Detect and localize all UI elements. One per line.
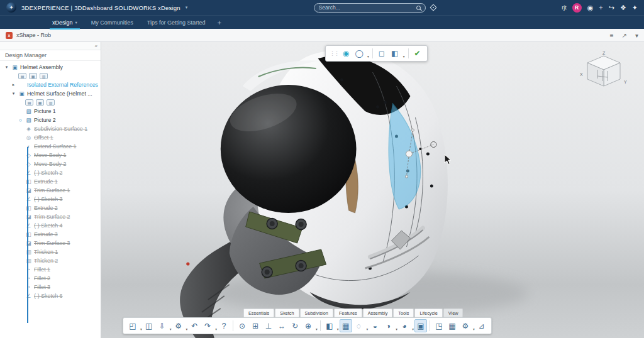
appearance-tool[interactable]: ◕ xyxy=(398,319,411,332)
design-library-tool[interactable]: ◰ xyxy=(126,319,139,332)
tree-item-fillet-1[interactable]: ◔Fillet 1 xyxy=(0,265,101,274)
grid-tool[interactable]: ▦ xyxy=(446,319,458,332)
primitive-sphere-tool[interactable]: ◯ xyxy=(353,47,365,60)
ribbon-tab-features[interactable]: Features xyxy=(334,308,362,317)
tree-badges-row[interactable]: ▤▦▥ xyxy=(0,72,101,80)
search-input[interactable] xyxy=(319,4,413,11)
chevron-down-icon[interactable]: ▾ xyxy=(412,327,414,334)
tree-item-helmet-surface-helmet[interactable]: ▾▣Helmet Surface (Helmet ... xyxy=(0,89,101,98)
3dexperience-logo-icon[interactable]: ✦ xyxy=(6,3,16,13)
feature-badge-icon[interactable]: ▦ xyxy=(29,73,37,79)
ribbon-tab-assembly[interactable]: Assembly xyxy=(363,308,393,317)
chevron-down-icon[interactable]: ▾ xyxy=(635,32,638,39)
ribbon-tab-essentials[interactable]: Essentials xyxy=(243,308,274,317)
hide-components-tool[interactable]: ◌ xyxy=(353,319,365,332)
perspective-tool[interactable]: ◳ xyxy=(433,319,445,332)
chevron-down-icon[interactable]: ▾ xyxy=(316,327,318,334)
subdivision-sphere-tool[interactable]: ◉ xyxy=(340,47,352,60)
chevron-down-icon[interactable]: ▾ xyxy=(403,55,405,61)
tree-item-offset-1[interactable]: ◎Offset 1 xyxy=(0,133,101,142)
chevron-down-icon[interactable]: ▾ xyxy=(215,327,217,334)
undo-button[interactable]: ↶ xyxy=(188,319,201,332)
rollback-marker-icon[interactable]: ○ xyxy=(18,117,23,123)
collaboration-icon[interactable]: ❖ xyxy=(620,4,626,11)
tab-xdesign[interactable]: xDesign▾ xyxy=(45,16,84,30)
zoom-tool[interactable]: ⊙ xyxy=(236,319,248,332)
chevron-down-icon[interactable]: ▾ xyxy=(473,327,475,334)
feature-badge-icon[interactable]: ▥ xyxy=(40,73,48,79)
help-button[interactable]: ? xyxy=(218,319,230,332)
3d-model-canvas[interactable] xyxy=(101,42,644,338)
measure-tool[interactable]: ⊿ xyxy=(475,319,488,332)
tab-tips-for-getting-started[interactable]: Tips for Getting Started xyxy=(140,16,213,30)
preferences-tool[interactable]: ⚙ xyxy=(459,319,472,332)
feature-badge-icon[interactable]: ▤ xyxy=(25,99,33,106)
display-style-button[interactable]: ▦ xyxy=(340,319,352,332)
redo-button[interactable]: ↷ xyxy=(201,319,214,332)
control-point[interactable] xyxy=(405,175,408,178)
tree-item-isolated-external-references[interactable]: ▸Isolated External References xyxy=(0,80,101,89)
zoom-in-out-tool[interactable]: ⊕ xyxy=(302,319,314,332)
tab-my-communities[interactable]: My Communities xyxy=(84,16,140,30)
feature-badge-icon[interactable]: ▦ xyxy=(36,99,44,106)
global-search[interactable] xyxy=(314,3,426,13)
tag-icon[interactable] xyxy=(430,4,436,11)
chevron-down-icon[interactable]: ▾ xyxy=(367,55,369,61)
search-icon[interactable] xyxy=(416,6,421,10)
add-icon[interactable]: + xyxy=(599,4,602,11)
primitive-box-tool[interactable]: ◻ xyxy=(376,47,387,60)
tree-item-fillet-2[interactable]: ◔Fillet 2 xyxy=(0,274,101,283)
expander-icon[interactable]: ▸ xyxy=(11,82,16,87)
snapshot-tool[interactable]: ▣ xyxy=(414,319,427,332)
share-icon[interactable]: ↪ xyxy=(609,4,614,11)
control-point[interactable] xyxy=(411,129,414,131)
tree-item-thicken-2[interactable]: ▥Thicken 2 xyxy=(0,256,101,265)
tree-badges-row[interactable]: ▤▦▥ xyxy=(0,98,101,107)
menu-icon[interactable]: ≡ xyxy=(610,32,614,39)
tree-item-sketch-6[interactable]: ∠(-) Sketch 6 xyxy=(0,292,101,300)
tree-item-sketch-3[interactable]: ∠(-) Sketch 3 xyxy=(0,195,101,204)
chevron-down-icon[interactable]: ▾ xyxy=(140,327,142,334)
tree-item-sketch-2[interactable]: ∠(-) Sketch 2 xyxy=(0,168,101,177)
ribbon-tab-sketch[interactable]: Sketch xyxy=(275,308,299,317)
chevron-down-icon[interactable]: ▾ xyxy=(396,327,397,334)
chevron-down-icon[interactable]: ▾ xyxy=(337,327,339,334)
brand-title[interactable]: 3DEXPERIENCE | 3DDashboard SOLIDWORKS xD… xyxy=(21,4,180,11)
tree-item-trim-surface-3[interactable]: ◪Trim Surface 3 xyxy=(0,239,101,248)
zoom-fit-button[interactable]: ⊞ xyxy=(249,319,262,332)
add-tab-button[interactable]: + xyxy=(213,16,226,30)
drag-handle-icon[interactable]: ⋮⋮ xyxy=(330,50,338,57)
assistant-icon[interactable]: ✦ xyxy=(632,4,638,11)
settings-tool[interactable]: ⚙ xyxy=(172,319,185,332)
notifications-icon[interactable]: ◉ xyxy=(587,4,594,11)
primitive-box-options-tool[interactable]: ◧ xyxy=(389,47,401,60)
rotate-view-tool[interactable]: ↻ xyxy=(289,319,301,332)
view-normal-tool[interactable]: ⊥ xyxy=(262,319,275,332)
tree-item-picture-1[interactable]: ▨Picture 1 xyxy=(0,107,101,116)
chevron-down-icon[interactable]: ▾ xyxy=(186,327,188,334)
insert-box-tool[interactable]: ◫ xyxy=(143,319,155,332)
expander-icon[interactable]: ▾ xyxy=(11,91,16,96)
tree-item-move-body-2[interactable]: ◇Move Body 2 xyxy=(0,160,101,168)
chevron-down-icon[interactable]: ▾ xyxy=(367,327,369,334)
tree-item-extrude-1[interactable]: ◧Extrude 1 xyxy=(0,177,101,186)
tree-item-extrude-3[interactable]: ◧Extrude 3 xyxy=(0,230,101,239)
tree-item-subdivision-surface-1[interactable]: ◈Subdivision Surface 1 xyxy=(0,124,101,133)
view-cube[interactable]: Z X Y xyxy=(575,51,633,90)
tree-item-extrude-2[interactable]: ◧Extrude 2 xyxy=(0,204,101,212)
collapse-panel-icon[interactable]: « xyxy=(95,43,97,49)
viewport[interactable]: ⋮⋮◉◯▾◻◧▾✔ Z X Y EssentialsSketchSubdivis… xyxy=(101,42,644,338)
user-avatar[interactable]: R xyxy=(572,3,582,13)
tree-item-move-body-1[interactable]: ◇Move Body 1 xyxy=(0,151,101,160)
tree-item-extend-surface-1[interactable]: ◐Extend Surface 1 xyxy=(0,142,101,151)
expand-icon[interactable]: ↗ xyxy=(622,32,627,39)
export-tool[interactable]: ⇩ xyxy=(156,319,169,332)
tree-item-fillet-3[interactable]: ◔Fillet 3 xyxy=(0,283,101,292)
ribbon-tab-lifecycle[interactable]: Lifecycle xyxy=(414,308,442,317)
expander-icon[interactable]: ▾ xyxy=(4,65,9,70)
rollback-guide-line[interactable] xyxy=(27,147,28,323)
confirm-button[interactable]: ✔ xyxy=(412,47,423,60)
feature-badge-icon[interactable]: ▥ xyxy=(47,99,55,106)
tree-item-thicken-1[interactable]: ▥Thicken 1 xyxy=(0,248,101,256)
ribbon-tab-subdivision[interactable]: Subdivision xyxy=(300,308,333,317)
